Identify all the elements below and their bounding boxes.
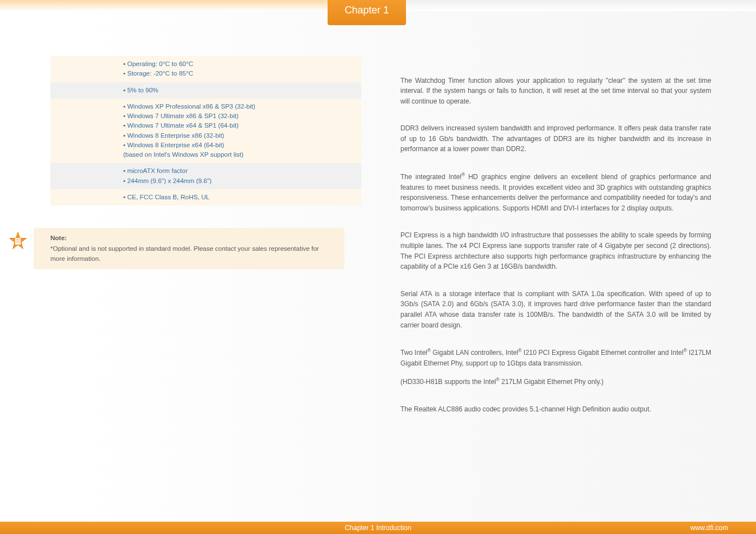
note-box: Note: *Optional and is not supported in … — [34, 228, 344, 269]
feature-text: The Watchdog Timer function allows your … — [400, 76, 711, 107]
feature-block: Serial ATASerial ATA is a storage interf… — [400, 289, 711, 330]
feature-block: Watchdog TimerThe Watchdog Timer functio… — [400, 76, 711, 107]
note-title: Note: — [50, 233, 330, 243]
spec-value: • CE, FCC Class B, RoHS, UL — [118, 189, 361, 205]
spec-value: • Windows XP Professional x86 & SP3 (32-… — [118, 99, 361, 163]
feature-text: PCI Express is a high bandwidth I/O infr… — [400, 230, 711, 271]
spec-label — [50, 163, 118, 189]
feature-text: The integrated Intel® HD graphics engine… — [400, 171, 711, 213]
feature-text: The Realtek ALC886 audio codec provides … — [400, 404, 711, 415]
feature-block: Gigabit LANTwo Intel® Gigabit LAN contro… — [400, 347, 711, 387]
footer-url: www.dfi.com — [690, 523, 728, 533]
spec-label — [50, 82, 118, 99]
spec-label — [50, 189, 118, 205]
footer: Chapter 1 Introduction www.dfi.com — [0, 522, 756, 534]
table-row: • microATX form factor • 244mm (9.6") x … — [50, 163, 361, 189]
spec-table: • Operating: 0°C to 60°C • Storage: -20°… — [50, 56, 361, 205]
note-icon — [8, 231, 28, 251]
spec-value: • microATX form factor • 244mm (9.6") x … — [118, 163, 361, 189]
table-row: • CE, FCC Class B, RoHS, UL — [50, 189, 361, 205]
footer-center: Chapter 1 Introduction — [345, 523, 412, 533]
feature-text: DDR3 delivers increased system bandwidth… — [400, 123, 711, 154]
spec-label — [50, 56, 118, 82]
note-body: *Optional and is not supported in standa… — [50, 244, 330, 264]
feature-text: Serial ATA is a storage interface that i… — [400, 289, 711, 330]
table-row: • Windows XP Professional x86 & SP3 (32-… — [50, 99, 361, 163]
spec-value: • Operating: 0°C to 60°C • Storage: -20°… — [118, 56, 361, 82]
svg-rect-1 — [15, 238, 21, 245]
feature-block: GraphicsThe integrated Intel® HD graphic… — [400, 171, 711, 213]
table-row: • 5% to 90% — [50, 82, 361, 99]
chapter-tab: Chapter 1 — [328, 0, 406, 25]
feature-extra: (HD330-H81B supports the Intel® 217LM Gi… — [400, 376, 711, 387]
spec-value: • 5% to 90% — [118, 82, 361, 99]
feature-block: AudioThe Realtek ALC886 audio codec prov… — [400, 404, 711, 415]
feature-block: PCI ExpressPCI Express is a high bandwid… — [400, 230, 711, 271]
header-gradient-left — [0, 0, 328, 11]
header-gradient-right — [406, 0, 756, 11]
spec-label — [50, 99, 118, 163]
feature-text: Two Intel® Gigabit LAN controllers, Inte… — [400, 347, 711, 368]
feature-block: DDR3DDR3 delivers increased system bandw… — [400, 123, 711, 154]
table-row: • Operating: 0°C to 60°C • Storage: -20°… — [50, 56, 361, 82]
